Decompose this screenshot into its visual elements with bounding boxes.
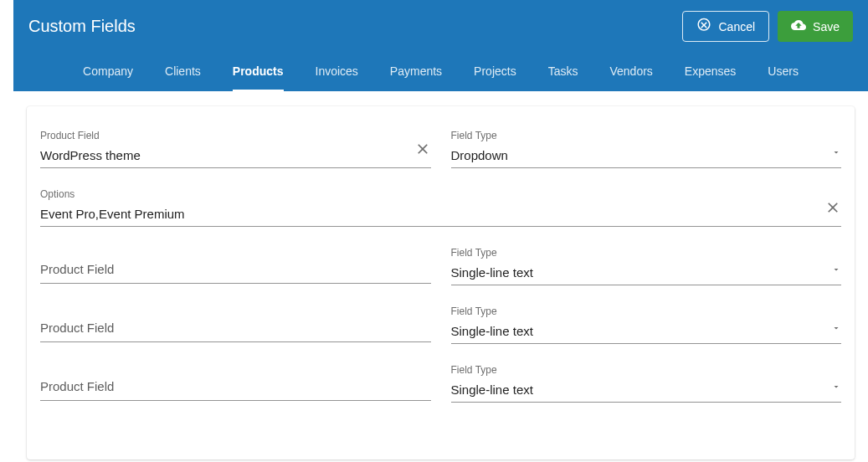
tab-clients[interactable]: Clients [165,53,201,91]
tabs: Company Clients Products Invoices Paymen… [13,53,868,91]
chevron-down-icon [831,380,841,395]
product-field-placeholder: Product Field [40,247,431,284]
tab-vendors[interactable]: Vendors [609,53,652,91]
save-button[interactable]: Save [778,11,853,42]
page-title: Custom Fields [28,17,136,36]
tab-tasks[interactable]: Tasks [548,53,578,91]
options-label: Options [40,188,841,200]
clear-icon[interactable] [414,141,431,161]
field-type-label: Field Type [451,130,842,141]
content-card: Product Field Field Type Dropdown Option… [27,106,855,459]
field-type-label: Field Type [451,364,842,376]
chevron-down-icon [831,263,841,278]
product-field-placeholder: Product Field [40,305,431,342]
product-field-1[interactable]: Product Field [40,126,431,168]
save-label: Save [813,20,840,33]
options-input[interactable] [40,202,841,226]
product-field-3[interactable]: Product Field [40,302,431,344]
chevron-down-icon [831,146,841,161]
field-type-value-1: Dropdown [451,143,842,167]
cancel-label: Cancel [718,20,755,33]
field-type-2[interactable]: Field Type Single-line text [451,244,842,285]
tab-payments[interactable]: Payments [390,53,442,91]
product-field-input-1[interactable] [40,143,431,167]
tab-projects[interactable]: Projects [474,53,516,91]
cancel-circle-icon [696,18,711,35]
field-type-value-2: Single-line text [451,260,842,285]
field-type-value-4: Single-line text [451,377,842,402]
field-type-value-3: Single-line text [451,319,842,343]
field-type-1[interactable]: Field Type Dropdown [451,126,842,168]
field-type-label: Field Type [451,305,842,317]
field-type-4[interactable]: Field Type Single-line text [451,361,842,403]
tab-products[interactable]: Products [233,53,284,91]
cloud-save-icon [791,18,806,35]
tab-expenses[interactable]: Expenses [685,53,736,91]
options-field[interactable]: Options [40,185,841,227]
field-type-label: Field Type [451,247,842,259]
chevron-down-icon [831,321,841,336]
tab-users[interactable]: Users [768,53,799,91]
cancel-button[interactable]: Cancel [682,11,769,42]
product-field-2[interactable]: Product Field [40,244,431,285]
field-type-3[interactable]: Field Type Single-line text [451,302,842,344]
header: Custom Fields Cancel Save Company Client… [13,0,868,91]
product-field-4[interactable]: Product Field [40,361,431,403]
tab-invoices[interactable]: Invoices [316,53,358,91]
product-field-label: Product Field [40,130,431,141]
product-field-placeholder: Product Field [40,364,431,401]
clear-icon[interactable] [824,199,841,219]
tab-company[interactable]: Company [83,53,133,91]
